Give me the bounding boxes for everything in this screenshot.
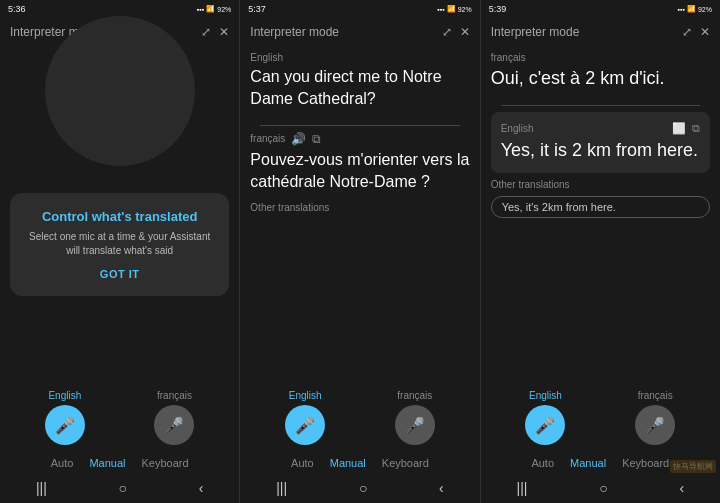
- bottom-nav-3: ||| ○ ‹: [481, 473, 720, 503]
- lang-tag-francais-3: français: [491, 52, 710, 63]
- mic-button-francais-2[interactable]: 🎤: [395, 405, 435, 445]
- divider-2: [260, 125, 459, 126]
- copy-block-icon[interactable]: ⧉: [692, 122, 700, 135]
- english-block-lang-label: English: [501, 123, 534, 134]
- mic-label-english-1: English: [48, 390, 81, 401]
- mode-auto-1[interactable]: Auto: [51, 457, 74, 469]
- english-block-header: English ⬜ ⧉: [501, 122, 700, 135]
- mode-selector-2: Auto Manual Keyboard: [240, 453, 479, 473]
- mode-keyboard-2[interactable]: Keyboard: [382, 457, 429, 469]
- panel-2: 5:37 ▪▪▪ 📶 92% Interpreter mode ⤢ ✕ Engl…: [239, 0, 479, 503]
- expand-icon[interactable]: ⤢: [201, 25, 211, 39]
- control-heading: Control what's translated: [26, 209, 213, 224]
- battery-icon: 92%: [217, 6, 231, 13]
- watermark: 快马导航网: [670, 460, 716, 473]
- top-bar-2: Interpreter mode ⤢ ✕: [240, 18, 479, 46]
- english-block-icons: ⬜ ⧉: [672, 122, 700, 135]
- mic-label-francais-3: français: [638, 390, 673, 401]
- interpreter-title-3: Interpreter mode: [491, 25, 580, 39]
- mic-button-english-2[interactable]: 🎤: [285, 405, 325, 445]
- mode-manual-2[interactable]: Manual: [330, 457, 366, 469]
- panel1-content: Control what's translated Select one mic…: [0, 46, 239, 382]
- mic-icon-1: 🎤: [55, 416, 75, 435]
- expand-icon-2[interactable]: ⤢: [442, 25, 452, 39]
- panel-1: 5:36 ▪▪▪ 📶 92% Interpreter mode ⤢ ✕ Cont…: [0, 0, 239, 503]
- mic-group-francais-2: français 🎤: [395, 390, 435, 445]
- nav-menu-icon-2[interactable]: |||: [276, 480, 287, 496]
- expand-icon-3[interactable]: ⤢: [682, 25, 692, 39]
- speaker-icon-2[interactable]: 🔊: [291, 132, 306, 146]
- bottom-nav-1: ||| ○ ‹: [0, 473, 239, 503]
- conversation-area-2: English Can you direct me to Notre Dame …: [240, 46, 479, 382]
- nav-back-icon-2[interactable]: ‹: [439, 480, 444, 496]
- signal-icon: ▪▪▪: [197, 6, 204, 13]
- mic-button-francais-1[interactable]: 🎤: [154, 405, 194, 445]
- mic-label-english-2: English: [289, 390, 322, 401]
- mic-group-english-3: English 🎤: [525, 390, 565, 445]
- mic-section-1: English 🎤 français 🎤: [0, 382, 239, 453]
- top-bar-icons-2: ⤢ ✕: [442, 25, 470, 39]
- other-translations-label-2: Other translations: [250, 202, 469, 213]
- mic-group-francais-3: français 🎤: [635, 390, 675, 445]
- mode-keyboard-1[interactable]: Keyboard: [141, 457, 188, 469]
- status-icons-3: ▪▪▪ 📶 92%: [678, 5, 712, 13]
- mode-auto-3[interactable]: Auto: [531, 457, 554, 469]
- nav-menu-icon-3[interactable]: |||: [517, 480, 528, 496]
- mic-icon-francais-1: 🎤: [164, 416, 184, 435]
- nav-home-icon-2[interactable]: ○: [359, 480, 367, 496]
- mode-manual-1[interactable]: Manual: [89, 457, 125, 469]
- nav-home-icon-1[interactable]: ○: [119, 480, 127, 496]
- mic-button-english-1[interactable]: 🎤: [45, 405, 85, 445]
- mode-auto-2[interactable]: Auto: [291, 457, 314, 469]
- mode-keyboard-3[interactable]: Keyboard: [622, 457, 669, 469]
- mic-section-2: English 🎤 français 🎤: [240, 382, 479, 453]
- nav-back-icon-3[interactable]: ‹: [679, 480, 684, 496]
- wifi-icon-2: 📶: [447, 5, 456, 13]
- decorative-circle: [45, 16, 195, 166]
- nav-back-icon-1[interactable]: ‹: [199, 480, 204, 496]
- status-bar-3: 5:39 ▪▪▪ 📶 92%: [481, 0, 720, 18]
- top-bar-icons-3: ⤢ ✕: [682, 25, 710, 39]
- nav-menu-icon-1[interactable]: |||: [36, 480, 47, 496]
- mic-icon-english-2: 🎤: [295, 416, 315, 435]
- conversation-area-3: français Oui, c'est à 2 km d'ici. Englis…: [481, 46, 720, 382]
- nav-home-icon-3[interactable]: ○: [599, 480, 607, 496]
- english-response-block: English ⬜ ⧉ Yes, it is 2 km from here.: [491, 112, 710, 172]
- other-translations-label-3: Other translations: [491, 179, 710, 190]
- mic-group-english-1: English 🎤: [45, 390, 85, 445]
- close-icon[interactable]: ✕: [219, 25, 229, 39]
- panel-3: 5:39 ▪▪▪ 📶 92% Interpreter mode ⤢ ✕ fran…: [480, 0, 720, 503]
- mic-button-francais-3[interactable]: 🎤: [635, 405, 675, 445]
- lang-tag-english-2: English: [250, 52, 469, 63]
- mic-icon-francais-2: 🎤: [405, 416, 425, 435]
- got-it-button[interactable]: GOT IT: [26, 268, 213, 280]
- mic-label-francais-2: français: [397, 390, 432, 401]
- close-icon-3[interactable]: ✕: [700, 25, 710, 39]
- status-icons-2: ▪▪▪ 📶 92%: [437, 5, 471, 13]
- wifi-icon-3: 📶: [687, 5, 696, 13]
- divider-3: [501, 105, 700, 106]
- mic-icon-francais-3: 🎤: [645, 416, 665, 435]
- control-desc: Select one mic at a time & your Assistan…: [26, 230, 213, 258]
- status-time-2: 5:37: [248, 4, 266, 14]
- expand-block-icon[interactable]: ⬜: [672, 122, 686, 135]
- mic-group-english-2: English 🎤: [285, 390, 325, 445]
- speech-francais-3: Oui, c'est à 2 km d'ici.: [491, 66, 710, 91]
- battery-icon-3: 92%: [698, 6, 712, 13]
- speech-francais-2: Pouvez-vous m'orienter vers la cathédral…: [250, 149, 469, 194]
- mic-button-english-3[interactable]: 🎤: [525, 405, 565, 445]
- copy-icon-2[interactable]: ⧉: [312, 132, 321, 146]
- top-bar-icons-1: ⤢ ✕: [201, 25, 229, 39]
- mode-manual-3[interactable]: Manual: [570, 457, 606, 469]
- status-time-3: 5:39: [489, 4, 507, 14]
- mic-label-english-3: English: [529, 390, 562, 401]
- bottom-nav-2: ||| ○ ‹: [240, 473, 479, 503]
- mic-icon-english-3: 🎤: [535, 416, 555, 435]
- close-icon-2[interactable]: ✕: [460, 25, 470, 39]
- interpreter-title-2: Interpreter mode: [250, 25, 339, 39]
- mode-selector-1: Auto Manual Keyboard: [0, 453, 239, 473]
- wifi-icon: 📶: [206, 5, 215, 13]
- alt-translation-chip: Yes, it's 2km from here.: [491, 196, 710, 218]
- mic-group-francais-1: français 🎤: [154, 390, 194, 445]
- status-icons-1: ▪▪▪ 📶 92%: [197, 5, 231, 13]
